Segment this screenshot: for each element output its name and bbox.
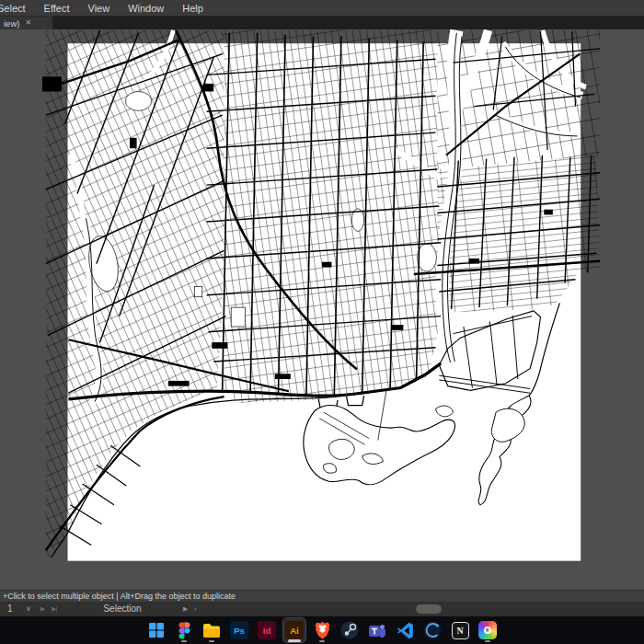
document-tab-bar: iew) ✕ [0,17,644,29]
notion-icon: N [452,622,469,639]
teams-icon [368,622,386,639]
horizontal-scrollbar-thumb[interactable] [416,604,442,614]
photos-icon [478,621,497,639]
running-indicator [319,640,325,643]
illustrator-icon: Ai [285,621,304,639]
menu-window[interactable]: Window [119,0,173,17]
windows-taskbar: Ps Id Ai [0,616,644,644]
artboard-number[interactable]: 1 [7,602,13,616]
illustrator-button[interactable]: Ai [283,618,305,642]
start-button[interactable] [145,618,167,642]
document-tab-label: iew) [4,18,19,29]
menu-effect[interactable]: Effect [35,0,79,17]
menu-bar: Select Effect View Window Help [0,0,644,17]
folder-icon [202,623,221,638]
figma-button[interactable] [173,618,195,642]
illustrator-window: Select Effect View Window Help iew) ✕ [0,0,644,644]
running-indicator [209,640,214,643]
last-artboard-icon[interactable]: ▶| [52,602,56,616]
windows-logo-icon [148,622,165,638]
photoshop-icon: Ps [230,621,248,639]
menu-help[interactable]: Help [173,0,213,17]
hint-text: +Click to select multiple object | Alt+D… [0,592,236,601]
brave-button[interactable] [311,618,333,642]
status-label[interactable]: Selection [98,602,147,616]
cinema4d-button[interactable] [421,618,443,642]
document-tab[interactable]: iew) ✕ [0,17,52,29]
notion-button[interactable]: N [449,618,471,642]
steam-button[interactable] [339,618,361,642]
cinema4d-icon [423,621,442,639]
running-indicator [485,640,490,643]
indesign-button[interactable]: Id [256,618,278,642]
running-indicator [181,640,187,643]
hint-bar: +Click to select multiple object | Alt+D… [0,590,644,602]
status-flyout-icon[interactable]: ▶ [183,602,188,616]
photoshop-button[interactable]: Ps [228,618,250,642]
next-artboard-icon[interactable]: ▶ [40,602,45,616]
teams-button[interactable] [366,618,388,642]
figma-icon [178,622,190,639]
brave-icon [315,621,330,639]
menu-separator [140,3,141,14]
menu-select[interactable]: Select [0,0,35,17]
vscode-button[interactable] [394,618,416,642]
chevron-down-icon[interactable]: ∨ [26,602,31,616]
file-explorer-button[interactable] [201,618,223,642]
photos-button[interactable] [477,618,499,642]
menu-items: Select Effect View Window Help [0,0,213,17]
tab-close-icon[interactable]: ✕ [25,19,31,27]
map-artwork[interactable] [0,29,644,590]
canvas-viewport[interactable] [0,29,644,590]
indesign-icon: Id [258,621,276,639]
active-indicator [288,639,301,642]
vscode-icon [397,622,414,639]
scroll-left-icon[interactable]: ‹ [194,602,197,616]
steam-icon [340,621,359,639]
status-bar: 1 ∨ ▶ ▶| Selection ▶ ‹ [0,602,644,616]
menu-view[interactable]: View [79,0,120,17]
